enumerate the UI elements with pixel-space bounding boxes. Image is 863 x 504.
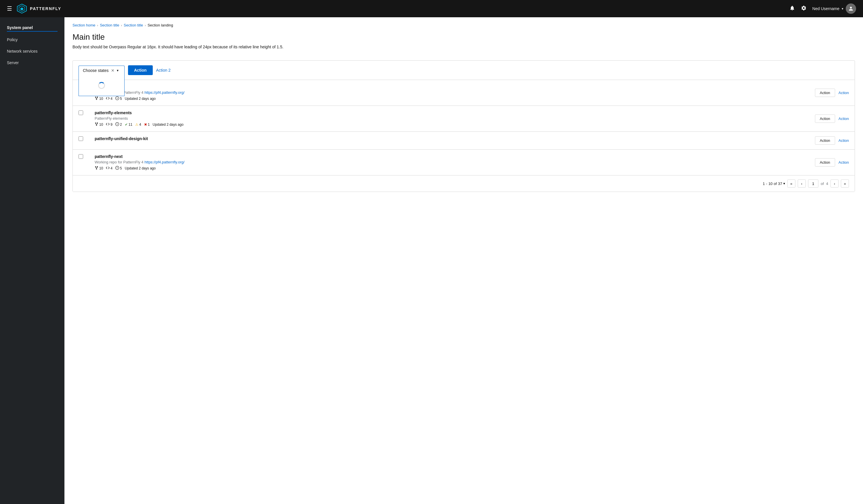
sidebar-item-server[interactable]: Server <box>0 57 64 68</box>
page-of-label: of <box>821 181 824 186</box>
row-link[interactable]: https://pf4.patternfly.org/ <box>145 160 184 164</box>
total-count: 37 <box>778 181 782 186</box>
row-action-link[interactable]: Action <box>839 160 849 165</box>
last-page-button[interactable]: » <box>841 179 849 188</box>
meta-value: 2 <box>120 123 122 127</box>
prev-page-button[interactable]: ‹ <box>798 179 806 188</box>
settings-icon[interactable] <box>801 5 806 12</box>
per-page-dropdown[interactable]: ▾ <box>783 181 785 186</box>
choose-states-dropdown: Choose states ✕ ▾ <box>78 66 125 75</box>
total-pages: 4 <box>826 181 828 186</box>
row-action-link[interactable]: Action <box>839 116 849 121</box>
meta-value: 9 <box>111 123 112 127</box>
meta-item: 4 <box>106 96 112 101</box>
loading-spinner <box>98 82 105 89</box>
row-action-link[interactable]: Action <box>839 91 849 95</box>
main-content: Section home › Section title › Section t… <box>64 17 863 504</box>
breadcrumb-link-home[interactable]: Section home <box>73 23 96 27</box>
meta-item: 5 <box>115 166 122 171</box>
row-description: Working repo for PatternFly 4 https://pf… <box>95 90 612 94</box>
range-end: 10 <box>768 181 772 186</box>
meta-value: 10 <box>99 123 103 127</box>
meta-icon: ✔ <box>125 123 128 127</box>
svg-marker-2 <box>21 8 23 10</box>
meta-item: ⚠4 <box>135 123 141 127</box>
hamburger-icon[interactable]: ☰ <box>7 5 12 12</box>
row-action-button[interactable]: Action <box>815 89 835 97</box>
choose-states-button[interactable]: Choose states ✕ ▾ <box>78 66 125 75</box>
breadcrumb-link-title1[interactable]: Section title <box>100 23 119 27</box>
row-action-button[interactable]: Action <box>815 136 835 145</box>
action-primary-button[interactable]: Action <box>128 65 153 75</box>
brand-name: PATTERNFLY <box>30 6 61 11</box>
breadcrumb-sep-3: › <box>145 24 146 27</box>
meta-item: ✖1 <box>144 123 150 127</box>
sidebar-item-network[interactable]: Network services <box>0 46 64 57</box>
range-start: 1 <box>763 181 765 186</box>
chevron-down-icon: ▾ <box>117 68 118 73</box>
meta-item: 10 <box>95 96 103 101</box>
dropdown-menu <box>78 75 125 96</box>
row-action-button[interactable]: Action <box>815 158 835 166</box>
layout: System panel Policy Network services Ser… <box>0 17 863 504</box>
meta-value: 10 <box>99 97 103 101</box>
notifications-icon[interactable] <box>789 5 795 12</box>
meta-value: 11 <box>128 123 132 127</box>
meta-value: 10 <box>99 166 103 170</box>
row-meta: 1045Updated 2 days ago <box>95 166 612 171</box>
table-row: patternfly-nextWorking repo for PatternF… <box>73 80 855 106</box>
sidebar-title: System panel <box>0 22 64 31</box>
row-checkbox[interactable] <box>78 111 83 115</box>
meta-icon: ✖ <box>144 123 147 127</box>
row-description: PatternFly elements <box>95 116 612 121</box>
row-meta: 1092✔11⚠4✖1Updated 2 days ago <box>95 122 612 127</box>
meta-updated: Updated 2 days ago <box>125 97 155 101</box>
action-link-button[interactable]: Action 2 <box>156 68 171 73</box>
meta-updated: Updated 2 days ago <box>125 166 155 170</box>
meta-value: 4 <box>111 97 112 101</box>
row-checkbox[interactable] <box>78 154 83 159</box>
user-menu[interactable]: Ned Username ▾ <box>812 3 856 14</box>
meta-icon <box>106 166 110 171</box>
row-action-link[interactable]: Action <box>839 138 849 143</box>
meta-icon <box>95 122 98 127</box>
meta-item: 10 <box>95 122 103 127</box>
navbar-right: Ned Username ▾ <box>789 3 856 14</box>
row-checkbox[interactable] <box>78 136 83 141</box>
meta-value: 5 <box>120 97 122 101</box>
row-meta: 1045Updated 2 days ago <box>95 96 612 101</box>
row-link[interactable]: https://pf4.patternfly.org/ <box>145 90 184 94</box>
page-title: Main title <box>73 33 855 42</box>
content-section: Choose states ✕ ▾ Action Action 2 patter… <box>73 60 855 192</box>
next-page-button[interactable]: › <box>830 179 839 188</box>
page-number-input[interactable]: 1 <box>808 179 818 188</box>
table-row: patternfly-unified-design-kitActionActio… <box>73 132 855 150</box>
breadcrumb-link-title2[interactable]: Section title <box>124 23 143 27</box>
sidebar-item-policy[interactable]: Policy <box>0 34 64 46</box>
user-name: Ned Username <box>812 6 839 11</box>
page-body-text: Body text should be Overpass Regular at … <box>73 44 855 50</box>
data-table: patternfly-nextWorking repo for PatternF… <box>73 80 855 175</box>
first-page-button[interactable]: « <box>787 179 796 188</box>
breadcrumb: Section home › Section title › Section t… <box>73 23 855 27</box>
meta-icon <box>115 166 119 171</box>
clear-icon: ✕ <box>111 68 114 73</box>
row-name: patternfly-elements <box>95 111 612 115</box>
choose-states-label: Choose states <box>83 68 109 73</box>
meta-item: 10 <box>95 166 103 171</box>
meta-value: 4 <box>111 166 112 170</box>
meta-item: 9 <box>106 122 112 127</box>
row-action-button[interactable]: Action <box>815 114 835 123</box>
pagination-area: 1 - 10 of 37 ▾ « ‹ 1 of 4 › » <box>73 175 855 192</box>
meta-icon: ⚠ <box>135 123 138 127</box>
row-name: patternfly-next <box>95 85 612 89</box>
meta-item: 4 <box>106 166 112 171</box>
meta-icon <box>106 96 110 101</box>
patternfly-logo-icon <box>17 3 27 14</box>
toolbar: Choose states ✕ ▾ Action Action 2 <box>73 61 855 80</box>
meta-item: 2 <box>115 122 122 127</box>
avatar <box>846 3 856 14</box>
row-name: patternfly-unified-design-kit <box>95 136 612 141</box>
meta-value: 4 <box>139 123 141 127</box>
page-range: 1 - 10 of 37 ▾ <box>763 181 785 186</box>
